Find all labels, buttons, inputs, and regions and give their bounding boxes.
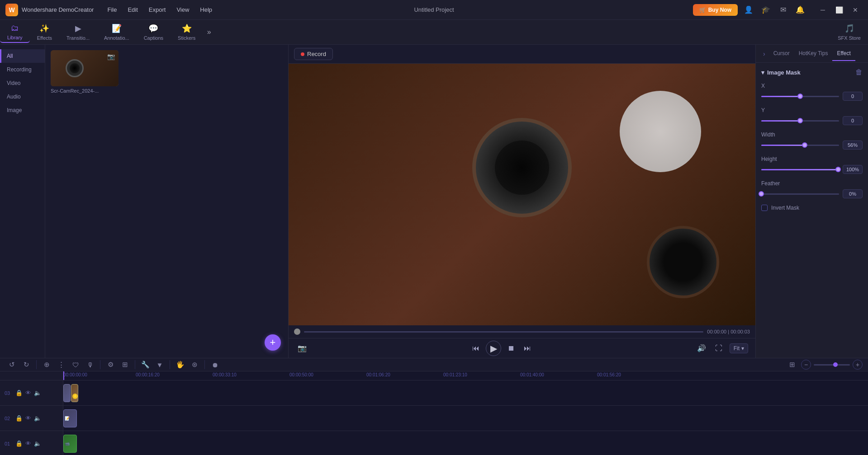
collapse-icon[interactable]: ▾ [761,69,764,76]
buy-now-button[interactable]: 🛒 Buy Now [693,4,738,16]
param-height-handle[interactable] [835,167,841,172]
fit-dropdown[interactable]: Fit ▾ [730,343,748,353]
menu-file[interactable]: File [103,5,121,15]
snap-button[interactable]: 🔧 [139,358,152,371]
param-feather-slider[interactable] [761,193,839,195]
menu-help[interactable]: Help [195,5,217,15]
sidebar-item-video[interactable]: Video [0,76,45,90]
param-y-value[interactable]: 0 [843,116,863,125]
toolbar-stickers[interactable]: ⭐ Stickers [171,22,203,42]
zoom-out-button[interactable]: − [801,360,811,370]
zoom-in-button[interactable]: + [853,360,863,370]
track-clip-02[interactable]: 📝 [63,409,77,427]
param-width-value[interactable]: 56% [843,141,863,150]
param-feather-handle[interactable] [759,191,764,197]
toolbar-more-button[interactable]: » [203,26,215,38]
play-button[interactable]: ▶ [486,341,501,356]
param-height-value[interactable]: 100% [843,165,863,174]
track-clip-01[interactable]: 📹 [63,435,77,453]
track-clip-03-a[interactable] [63,384,71,402]
menu-export[interactable]: Export [144,5,171,15]
sidebar-item-recording[interactable]: Recording [0,63,45,76]
grid-button[interactable]: ⊞ [119,358,131,371]
param-y-handle[interactable] [797,118,803,123]
mic-button[interactable]: 🎙 [84,358,96,371]
toolbar-captions[interactable]: 💬 Captions [137,22,171,42]
toolbar-library[interactable]: 🗂 Library [0,22,30,43]
toolbar-annotations[interactable]: 📝 Annotatio... [97,22,137,42]
track-lock-01[interactable]: 🔒 [15,440,23,447]
stickers-icon: ⭐ [182,23,192,33]
param-width-fill [761,145,805,146]
magnet-button[interactable]: ⊛ [188,358,201,371]
user-icon-btn[interactable]: 👤 [742,4,755,16]
timeline-toolbar: ↺ ↻ ⊕ ⋮ 🛡 🎙 ⚙ ⊞ 🔧 ▼ 🖐 ⊛ ⏺ ⊞ − + [0,358,868,371]
param-x-slider[interactable] [761,96,839,97]
track-lock-02[interactable]: 🔒 [15,415,23,422]
media-item[interactable]: 📷 Scr-CamRec_2024-... [51,50,125,94]
zoom-slider[interactable] [814,364,850,366]
tab-cursor[interactable]: Cursor [769,47,794,61]
maximize-button[interactable]: ⬜ [832,3,846,17]
trim-button[interactable]: ⋮ [55,358,67,371]
screenshot-button[interactable]: 📷 [296,342,308,355]
redo-button[interactable]: ↻ [20,358,33,371]
sidebar-item-all[interactable]: All [0,49,45,63]
track-audio-03[interactable]: 🔈 [34,389,41,396]
step-back-button[interactable]: ⏮ [470,342,482,355]
track-lock-03[interactable]: 🔒 [15,389,23,396]
track-audio-02[interactable]: 🔈 [34,415,41,422]
param-x-value[interactable]: 0 [843,92,863,101]
param-y-slider[interactable] [761,120,839,122]
toolbar-sfxstore[interactable]: 🎵 SFX Store [830,22,868,42]
right-panel-back-arrow[interactable]: › [759,50,769,57]
add-track-icon-btn[interactable]: ⊞ [786,358,798,371]
add-media-button[interactable]: + [265,334,281,351]
scrubber-knob[interactable] [294,328,300,335]
track-eye-01[interactable]: 👁 [25,440,31,447]
param-height-slider[interactable] [761,169,839,170]
bell-icon-btn[interactable]: 🔔 [794,4,806,16]
captions-label: Captions [144,35,163,41]
record-track-button[interactable]: ⏺ [209,358,221,371]
delete-mask-button[interactable]: 🗑 [855,68,863,76]
menu-view[interactable]: View [172,5,194,15]
hand-button[interactable]: 🖐 [174,358,186,371]
shield-button[interactable]: 🛡 [69,358,82,371]
toolbar-effects[interactable]: ✨ Effects [30,22,59,42]
select-button[interactable]: ▼ [153,358,166,371]
invert-mask-checkbox[interactable] [761,205,768,211]
sidebar-item-audio[interactable]: Audio [0,90,45,103]
tab-hotkey-tips[interactable]: HotKey Tips [794,47,833,61]
zoom-slider-handle[interactable] [833,362,838,367]
close-button[interactable]: ✕ [848,3,863,17]
track-row-02: 📝 [63,406,868,431]
param-x-handle[interactable] [797,94,803,99]
sidebar-item-image[interactable]: Image [0,103,45,117]
timeline-tracks[interactable]: 00:00:00:00 00:00:16:20 00:00:33:10 00:0… [63,371,868,455]
fullscreen-button[interactable]: ⛶ [712,342,725,355]
record-button[interactable]: Record [294,48,333,60]
param-feather-value[interactable]: 0% [843,189,863,198]
tab-effect[interactable]: Effect [832,47,855,61]
graduation-icon-btn[interactable]: 🎓 [759,4,772,16]
track-eye-03[interactable]: 👁 [25,389,31,396]
minimize-button[interactable]: ─ [816,3,830,17]
step-forward-button[interactable]: ⏭ [521,342,534,355]
stop-button[interactable]: ⏹ [505,342,517,355]
playhead[interactable] [63,371,64,380]
mail-icon-btn[interactable]: ✉ [777,4,789,16]
track-clip-03-b[interactable]: ⭐ [71,384,78,402]
split-button[interactable]: ⊕ [40,358,53,371]
param-width-slider[interactable] [761,145,839,146]
param-width-handle[interactable] [802,142,807,148]
undo-button[interactable]: ↺ [5,358,18,371]
preview-scrubber[interactable]: 00:00:00 | 00:00:03 [289,325,755,338]
track-eye-02[interactable]: 👁 [25,415,31,422]
scrubber-track[interactable] [304,331,703,333]
toolbar-transitions[interactable]: ▶ Transitio... [59,22,97,42]
volume-button[interactable]: 🔊 [695,342,708,355]
menu-edit[interactable]: Edit [123,5,142,15]
track-audio-01[interactable]: 🔈 [34,440,41,447]
settings-button[interactable]: ⚙ [104,358,117,371]
